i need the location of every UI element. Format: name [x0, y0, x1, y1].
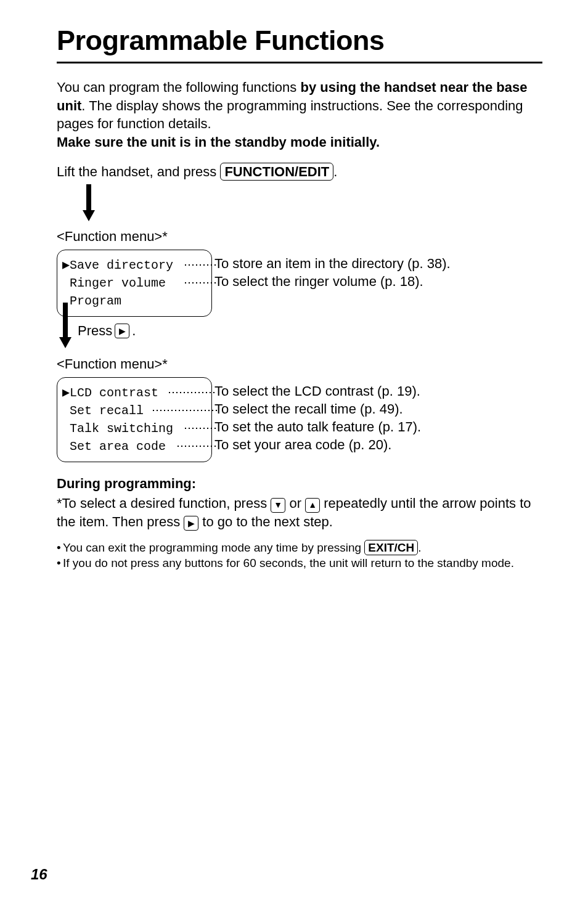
title-rule — [57, 62, 542, 63]
lcd1-line-2: Program — [62, 292, 204, 310]
notes-bullets: • You can exit the programming mode any … — [57, 540, 542, 571]
during-text-d: to go to the next step. — [198, 514, 333, 529]
lcd2-desc-3: To set your area code (p. 20). — [214, 436, 421, 454]
press-right-instruction: Press ▶. — [78, 323, 542, 339]
function-menu-label-1: <Function menu>* — [57, 229, 542, 245]
down-arrow-key-icon: ▼ — [271, 498, 285, 513]
lift-instruction: Lift the handset, and press FUNCTION/EDI… — [57, 163, 542, 181]
lcd2-desc-0: To select the LCD contrast (p. 19). — [214, 382, 421, 400]
intro-text-1: You can program the following functions — [57, 79, 300, 95]
bullet-dot-1: • — [57, 540, 63, 556]
lcd1-desc-1: To select the ringer volume (p. 18). — [214, 272, 451, 290]
lcd2-desc-3-text: To set your area code (p. 20). — [214, 435, 391, 455]
lcd2-line-0: ▶LCD contrast — [62, 384, 204, 402]
lcd2-descriptions: To select the LCD contrast (p. 19). To s… — [214, 377, 421, 454]
during-programming-heading: During programming: — [57, 476, 542, 492]
lcd1-line-1: Ringer volume — [62, 274, 204, 292]
exit-ch-button-label: EXIT/CH — [364, 540, 418, 556]
down-arrow-1 — [57, 183, 180, 225]
right-arrow-key-icon: ▶ — [115, 324, 129, 338]
function-menu-label-2: <Function menu>* — [57, 356, 542, 372]
lcd-1: ▶Save directory Ringer volume Program — [57, 250, 212, 317]
lcd2-desc-0-text: To select the LCD contrast (p. 19). — [214, 381, 420, 401]
lcd-block-1: ▶Save directory Ringer volume Program To… — [57, 250, 542, 317]
lcd1-desc-1-text: To select the ringer volume (p. 18). — [214, 272, 423, 291]
bullet-1-text-a: You can exit the programming mode any ti… — [63, 541, 364, 554]
intro-text-2: . The display shows the programming inst… — [57, 98, 523, 132]
during-text-b: or — [285, 495, 305, 511]
lcd2-desc-1-text: To select the recall time (p. 49). — [214, 399, 403, 419]
bullet-dot-2: • — [57, 555, 63, 571]
lcd2-line-1: Set recall — [62, 402, 204, 420]
page-title: Programmable Functions — [57, 25, 542, 57]
lcd2-line-3: Set area code — [62, 438, 204, 455]
press-post: . — [132, 323, 136, 339]
lcd1-desc-0: To store an item in the directory (p. 38… — [214, 255, 451, 272]
up-arrow-key-icon: ▲ — [305, 498, 320, 513]
lcd2-desc-2: To set the auto talk feature (p. 17). — [214, 418, 421, 436]
bullet-2-text: If you do not press any buttons for 60 s… — [63, 555, 514, 571]
lift-pre: Lift the handset, and press — [57, 164, 220, 179]
press-pre: Press — [78, 323, 112, 339]
lcd-2: ▶LCD contrast Set recall Talk switching … — [57, 377, 212, 462]
lcd1-descriptions: To store an item in the directory (p. 38… — [214, 250, 451, 290]
during-text-a: *To select a desired function, press — [57, 495, 271, 511]
during-programming-text: *To select a desired function, press ▼ o… — [57, 494, 542, 531]
bullet-1: • You can exit the programming mode any … — [57, 540, 542, 556]
bullet-2: • If you do not press any buttons for 60… — [57, 555, 542, 571]
bullet-1-text-b: . — [418, 541, 421, 554]
lcd2-desc-2-text: To set the auto talk feature (p. 17). — [214, 417, 421, 437]
page-number: 16 — [31, 866, 47, 883]
lcd1-desc-0-text: To store an item in the directory (p. 38… — [214, 254, 451, 274]
function-edit-button-label: FUNCTION/EDIT — [220, 163, 333, 181]
lcd-block-2: ▶LCD contrast Set recall Talk switching … — [57, 377, 542, 462]
lcd1-line-0: ▶Save directory — [62, 256, 204, 274]
intro-paragraph: You can program the following functions … — [57, 78, 542, 152]
lift-post: . — [333, 164, 337, 179]
right-arrow-key-icon-2: ▶ — [184, 516, 198, 531]
svg-marker-1 — [83, 210, 95, 221]
lcd2-desc-1: To select the recall time (p. 49). — [214, 400, 421, 418]
lcd2-line-2: Talk switching — [62, 420, 204, 438]
intro-bold-2: Make sure the unit is in the standby mod… — [57, 134, 380, 150]
